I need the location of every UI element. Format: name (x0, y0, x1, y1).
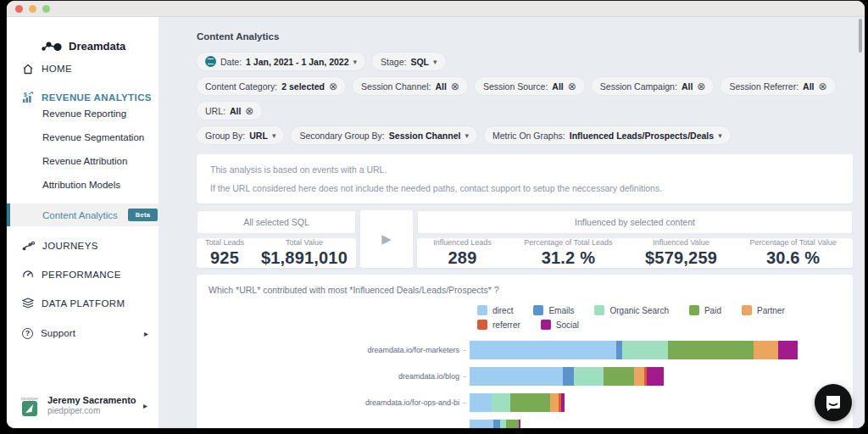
sidebar-item-attribution-models[interactable]: Attribution Models (42, 180, 120, 190)
legend-item-partner[interactable]: Partner (742, 305, 785, 315)
chart-row: dreamdata.io/for-marketers (209, 341, 841, 359)
user-menu[interactable]: piedpiper Jeremy Sacramento piedpiper.co… (19, 395, 147, 416)
remove-filter-icon[interactable]: ⊗ (819, 81, 827, 92)
legend-item-direct[interactable]: direct (477, 305, 513, 315)
bar-segment-social[interactable] (778, 341, 798, 359)
remove-filter-icon[interactable]: ⊗ (697, 81, 705, 92)
expand-summary-button[interactable]: ▶ (360, 210, 413, 268)
total-leads-stat: Total Leads 925 (205, 238, 244, 268)
bar-segment-direct[interactable] (470, 393, 492, 412)
bar-segment-direct[interactable] (470, 420, 493, 428)
window-titlebar (7, 1, 865, 17)
sidebar-item-performance[interactable]: PERFORMANCE (7, 266, 159, 283)
chart-row: dreamdata.io/for-ops-and-bi (209, 393, 841, 412)
filter-row-1: Date: 1 Jan, 2021 - 1 Jan, 2022 ▾ Stage:… (197, 53, 853, 70)
all-selected-card: All selected SQL Total Leads 925 Total V… (197, 210, 356, 268)
session-channel-filter-chip[interactable]: Session Channel: All ⊗ (353, 77, 468, 95)
legend-swatch-icon (477, 305, 487, 315)
legend-item-referrer[interactable]: referrer (477, 320, 520, 330)
bar-segment-partner[interactable] (550, 393, 559, 412)
remove-filter-icon[interactable]: ⊗ (245, 106, 253, 116)
bar-segment-social[interactable] (647, 367, 664, 386)
user-org: piedpiper.com (47, 406, 136, 416)
chevron-down-icon: ▾ (433, 58, 437, 66)
metric-on-graphs-chip[interactable]: Metric On Graphs: Influenced Leads/Prosp… (484, 126, 731, 144)
bar-label: dreamdata.io/for-ops-and-bi (209, 398, 463, 407)
sidebar-item-journeys[interactable]: JOURNEYS (7, 237, 159, 254)
bar-segment-social[interactable] (561, 393, 565, 412)
legend-label: Organic Search (609, 306, 668, 315)
sidebar-item-data-platform[interactable]: DATA PLATFORM (7, 295, 159, 312)
chart-legend: directEmailsOrganic SearchPaidPartnerref… (477, 305, 823, 330)
user-name: Jeremy Sacramento (47, 395, 136, 406)
chat-bubble-button[interactable] (815, 384, 852, 421)
bar-segment-direct[interactable] (470, 367, 563, 386)
legend-item-emails[interactable]: Emails (533, 305, 574, 315)
influenced-leads-stat: Influenced Leads 289 (433, 238, 492, 268)
session-referrer-filter-chip[interactable]: Session Referrer: All ⊗ (721, 77, 835, 95)
bar-segment-organic-search[interactable] (492, 393, 510, 412)
remove-filter-icon[interactable]: ⊗ (451, 81, 459, 92)
legend-item-social[interactable]: Social (541, 320, 579, 330)
legend-swatch-icon (742, 305, 752, 315)
bar-label: dreamdata.io/blog (209, 372, 463, 381)
remove-filter-icon[interactable]: ⊗ (329, 81, 337, 92)
close-window-icon[interactable] (15, 5, 23, 13)
bar-segment-direct[interactable] (470, 341, 616, 359)
sidebar-item-revenue-segmentation[interactable]: Revenue Segmentation (42, 132, 144, 142)
bar-segment-paid[interactable] (604, 367, 634, 386)
sidebar-item-revenue-reporting[interactable]: Revenue Reporting (42, 108, 126, 119)
axis-tick (463, 350, 466, 351)
bar-segment-organic-search[interactable] (574, 367, 604, 386)
journeys-icon (22, 241, 35, 251)
legend-item-organic-search[interactable]: Organic Search (594, 305, 668, 315)
active-item-indicator (7, 203, 10, 226)
bar-segment-paid[interactable] (510, 393, 550, 412)
chart-row (209, 420, 841, 428)
all-selected-header: All selected SQL (197, 210, 356, 234)
minimize-window-icon[interactable] (29, 5, 36, 13)
date-filter-chip[interactable]: Date: 1 Jan, 2021 - 1 Jan, 2022 ▾ (197, 53, 365, 70)
influenced-value-stat: Influenced Value $579,259 (645, 238, 717, 268)
dreamdata-logo[interactable]: Dreamdata (41, 39, 125, 53)
session-campaign-filter-chip[interactable]: Session Campaign: All ⊗ (592, 77, 715, 95)
group-by-chip[interactable]: Group By: URL ▾ (197, 126, 284, 144)
legend-label: Paid (704, 306, 721, 315)
session-source-filter-chip[interactable]: Session Source: All ⊗ (475, 77, 585, 95)
chevron-down-icon: ▾ (718, 131, 722, 140)
sidebar-item-revenue-attribution[interactable]: Revenue Attribution (42, 156, 127, 166)
legend-swatch-icon (689, 305, 699, 315)
sidebar-item-content-analytics[interactable]: Content Analytics Beta (7, 203, 159, 226)
bar-segment-social[interactable] (519, 420, 520, 428)
legend-item-paid[interactable]: Paid (689, 305, 721, 315)
stacked-bar (470, 393, 565, 412)
page-title: Content Analytics (197, 31, 853, 42)
stacked-bar (470, 367, 664, 386)
zoom-window-icon[interactable] (42, 5, 50, 13)
bar-segment-emails[interactable] (493, 420, 500, 428)
chart-rows: dreamdata.io/for-marketersdreamdata.io/b… (209, 341, 841, 428)
bar-segment-paid[interactable] (506, 420, 519, 428)
sidebar-item-revenue-analytics[interactable]: $ REVENUE ANALYTICS (7, 89, 159, 106)
bar-segment-organic-search[interactable] (500, 420, 506, 428)
bar-segment-emails[interactable] (563, 367, 574, 386)
sidebar-item-home[interactable]: HOME (7, 60, 159, 77)
scrollbar-thumb[interactable] (859, 19, 862, 53)
secondary-group-by-chip[interactable]: Secondary Group By: Session Channel ▾ (291, 126, 477, 144)
url-contribution-chart-card: Which *URL* contributed with most *Influ… (197, 275, 853, 428)
remove-filter-icon[interactable]: ⊗ (568, 81, 576, 92)
chevron-down-icon: ▾ (353, 58, 358, 66)
url-filter-chip[interactable]: URL: All ⊗ (197, 102, 262, 120)
stage-filter-chip[interactable]: Stage: SQL ▾ (372, 53, 445, 70)
bar-segment-partner[interactable] (634, 367, 644, 386)
bar-label: dreamdata.io/for-marketers (209, 346, 463, 354)
content-category-filter-chip[interactable]: Content Category: 2 selected ⊗ (197, 77, 346, 95)
all-selected-stats: Total Leads 925 Total Value $1,891,010 (197, 238, 356, 268)
chart-question: Which *URL* contributed with most *Influ… (209, 285, 841, 295)
bar-segment-organic-search[interactable] (622, 341, 668, 359)
bar-segment-paid[interactable] (668, 341, 754, 359)
bar-segment-emails[interactable] (616, 341, 622, 359)
sidebar-item-support[interactable]: ? Support ▸ (7, 325, 159, 342)
beta-badge: Beta (128, 209, 158, 221)
bar-segment-partner[interactable] (754, 341, 778, 359)
